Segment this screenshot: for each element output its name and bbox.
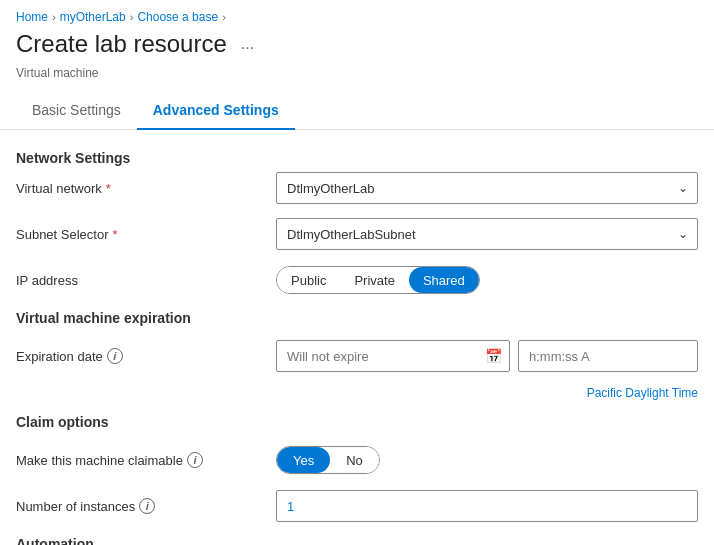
breadcrumb: Home › myOtherLab › Choose a base › [0,0,714,30]
datetime-group: 📅 [276,340,698,372]
automation-title: Automation [16,536,698,545]
tab-basic-settings[interactable]: Basic Settings [16,92,137,130]
virtual-network-select[interactable]: DtlmyOtherLab [276,172,698,204]
virtual-network-required: * [106,181,111,196]
expiration-date-label: Expiration date i [16,348,276,364]
ip-private-option[interactable]: Private [340,267,408,293]
num-instances-input[interactable] [276,490,698,522]
timezone-label: Pacific Daylight Time [587,386,698,400]
no-option[interactable]: No [330,447,379,473]
network-settings-title: Network Settings [16,150,698,166]
content-area: Network Settings Virtual network * Dtlmy… [0,130,714,545]
expiration-date-row: Expiration date i 📅 [16,340,698,372]
subnet-selector-control: DtlmyOtherLabSubnet ⌄ [276,218,698,250]
breadcrumb-sep-3: › [222,11,226,23]
subnet-selector-wrapper: DtlmyOtherLabSubnet ⌄ [276,218,698,250]
page-header: Create lab resource ... [0,30,714,66]
subnet-required: * [113,227,118,242]
num-instances-row: Number of instances i [16,490,698,522]
ip-address-toggle: Public Private Shared [276,266,480,294]
timezone-row: Pacific Daylight Time [16,386,698,400]
make-claimable-row: Make this machine claimable i Yes No [16,444,698,476]
ip-address-label: IP address [16,273,276,288]
expiration-time-input[interactable] [518,340,698,372]
yes-option[interactable]: Yes [277,447,330,473]
breadcrumb-myotherlab[interactable]: myOtherLab [60,10,126,24]
make-claimable-control: Yes No [276,446,698,474]
expiration-date-control: 📅 [276,340,698,372]
expiration-date-input[interactable] [276,340,510,372]
ip-public-option[interactable]: Public [277,267,340,293]
virtual-network-wrapper: DtlmyOtherLab ⌄ [276,172,698,204]
tab-advanced-settings[interactable]: Advanced Settings [137,92,295,130]
subnet-selector-row: Subnet Selector * DtlmyOtherLabSubnet ⌄ [16,218,698,250]
breadcrumb-home[interactable]: Home [16,10,48,24]
date-input-wrapper: 📅 [276,340,510,372]
virtual-network-control: DtlmyOtherLab ⌄ [276,172,698,204]
expiration-date-info-icon[interactable]: i [107,348,123,364]
make-claimable-label: Make this machine claimable i [16,452,276,468]
page-subtitle: Virtual machine [0,66,714,92]
page-title: Create lab resource [16,30,227,58]
num-instances-info-icon[interactable]: i [139,498,155,514]
yes-no-toggle: Yes No [276,446,380,474]
breadcrumb-sep-1: › [52,11,56,23]
ip-shared-option[interactable]: Shared [409,267,479,293]
claim-options-title: Claim options [16,414,698,430]
make-claimable-info-icon[interactable]: i [187,452,203,468]
subnet-selector-select[interactable]: DtlmyOtherLabSubnet [276,218,698,250]
num-instances-label: Number of instances i [16,498,276,514]
ip-address-control: Public Private Shared [276,266,698,294]
breadcrumb-choose-base[interactable]: Choose a base [137,10,218,24]
breadcrumb-sep-2: › [130,11,134,23]
virtual-network-row: Virtual network * DtlmyOtherLab ⌄ [16,172,698,204]
num-instances-control [276,490,698,522]
vm-expiration-title: Virtual machine expiration [16,310,698,326]
ip-address-row: IP address Public Private Shared [16,264,698,296]
tabs-container: Basic Settings Advanced Settings [0,92,714,130]
virtual-network-label: Virtual network * [16,181,276,196]
ellipsis-button[interactable]: ... [235,33,260,55]
subnet-selector-label: Subnet Selector * [16,227,276,242]
